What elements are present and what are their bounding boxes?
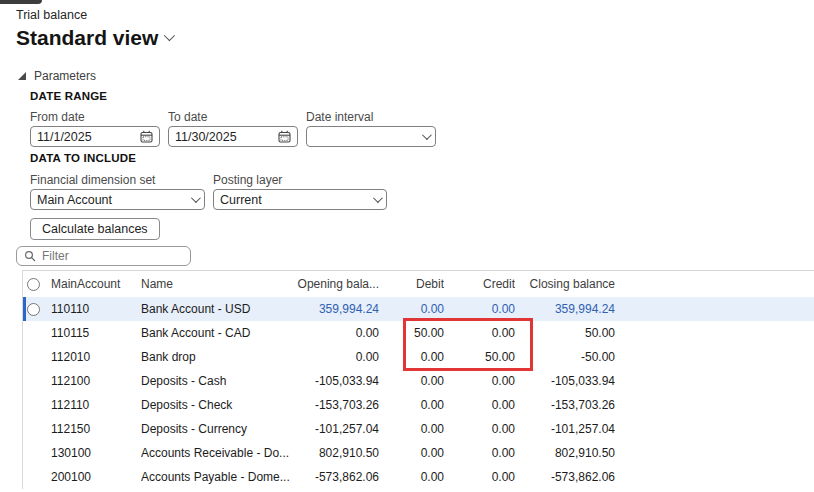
from-date-input[interactable]: 11/1/2025	[30, 126, 160, 147]
cell-opening-balance[interactable]: 0.00	[291, 350, 379, 364]
cell-closing-balance[interactable]: 359,994.24	[515, 302, 615, 316]
cell-opening-balance[interactable]: -105,033.94	[291, 374, 379, 388]
to-date-input[interactable]: 11/30/2025	[168, 126, 298, 147]
parameters-toggle[interactable]: Parameters	[18, 69, 96, 83]
cell-closing-balance[interactable]: -153,703.26	[515, 398, 615, 412]
row-select-radio[interactable]	[23, 399, 51, 412]
col-header-credit[interactable]: Credit	[444, 277, 515, 291]
data-to-include-heading: DATA TO INCLUDE	[30, 152, 136, 164]
cell-closing-balance[interactable]: -101,257.04	[515, 422, 615, 436]
col-header-name[interactable]: Name	[141, 277, 291, 291]
cell-credit[interactable]: 0.00	[444, 374, 515, 388]
cell-name[interactable]: Accounts Receivable - Do...	[141, 446, 291, 460]
date-interval-select[interactable]	[306, 126, 436, 147]
cell-main-account[interactable]: 112110	[51, 398, 141, 412]
cell-opening-balance[interactable]: 0.00	[291, 326, 379, 340]
chevron-down-icon[interactable]	[373, 193, 383, 203]
cell-debit[interactable]: 0.00	[379, 470, 444, 484]
window-corner-artifact	[0, 0, 42, 4]
financial-dimension-set-select[interactable]: Main Account	[30, 189, 205, 210]
cell-credit[interactable]: 0.00	[444, 422, 515, 436]
filter-placeholder: Filter	[42, 249, 69, 263]
to-date-label: To date	[168, 110, 207, 124]
financial-dimension-set-value: Main Account	[37, 193, 191, 207]
cell-main-account[interactable]: 110115	[51, 326, 141, 340]
cell-name[interactable]: Bank drop	[141, 350, 291, 364]
cell-main-account[interactable]: 112100	[51, 374, 141, 388]
col-header-opening-balance[interactable]: Opening bala...	[291, 277, 379, 291]
cell-main-account[interactable]: 130100	[51, 446, 141, 460]
row-select-radio[interactable]	[23, 303, 51, 316]
chevron-down-icon	[164, 30, 175, 41]
cell-credit[interactable]: 50.00	[444, 350, 515, 364]
cell-debit[interactable]: 0.00	[379, 374, 444, 388]
table-row[interactable]: 112110 Deposits - Check -153,703.26 0.00…	[23, 393, 814, 417]
cell-name[interactable]: Deposits - Currency	[141, 422, 291, 436]
date-range-heading: DATE RANGE	[30, 90, 107, 102]
cell-main-account[interactable]: 200100	[51, 470, 141, 484]
cell-opening-balance[interactable]: -101,257.04	[291, 422, 379, 436]
cell-opening-balance[interactable]: -573,862.06	[291, 470, 379, 484]
calendar-icon[interactable]	[278, 130, 291, 143]
row-select-radio[interactable]	[23, 351, 51, 364]
cell-credit[interactable]: 0.00	[444, 398, 515, 412]
grid-body: 110110 Bank Account - USD 359,994.24 0.0…	[23, 297, 814, 489]
row-select-radio[interactable]	[23, 471, 51, 484]
col-header-closing-balance[interactable]: Closing balance	[515, 277, 615, 291]
table-row[interactable]: 110115 Bank Account - CAD 0.00 50.00 0.0…	[23, 321, 814, 345]
cell-opening-balance[interactable]: 802,910.50	[291, 446, 379, 460]
cell-name[interactable]: Accounts Payable - Dome...	[141, 470, 291, 484]
cell-closing-balance[interactable]: -105,033.94	[515, 374, 615, 388]
view-title[interactable]: Standard view	[16, 26, 172, 50]
table-row[interactable]: 112150 Deposits - Currency -101,257.04 0…	[23, 417, 814, 441]
cell-name[interactable]: Bank Account - USD	[141, 302, 291, 316]
row-select-radio[interactable]	[23, 375, 51, 388]
to-date-value: 11/30/2025	[175, 130, 278, 144]
col-header-debit[interactable]: Debit	[379, 277, 444, 291]
cell-opening-balance[interactable]: 359,994.24	[291, 302, 379, 316]
grid-header-row: MainAccount Name Opening bala... Debit C…	[23, 271, 814, 297]
chevron-down-icon[interactable]	[422, 130, 432, 140]
filter-input[interactable]: Filter	[16, 246, 191, 266]
parameters-label: Parameters	[34, 69, 96, 83]
from-date-label: From date	[30, 110, 85, 124]
calendar-icon[interactable]	[140, 130, 153, 143]
cell-debit[interactable]: 0.00	[379, 350, 444, 364]
cell-closing-balance[interactable]: -573,862.06	[515, 470, 615, 484]
cell-credit[interactable]: 0.00	[444, 302, 515, 316]
date-interval-label: Date interval	[306, 110, 373, 124]
cell-closing-balance[interactable]: 50.00	[515, 326, 615, 340]
cell-closing-balance[interactable]: 802,910.50	[515, 446, 615, 460]
table-row[interactable]: 130100 Accounts Receivable - Do... 802,9…	[23, 441, 814, 465]
cell-debit[interactable]: 0.00	[379, 422, 444, 436]
cell-debit[interactable]: 0.00	[379, 446, 444, 460]
row-select-radio[interactable]	[23, 327, 51, 340]
cell-credit[interactable]: 0.00	[444, 446, 515, 460]
chevron-down-icon[interactable]	[191, 193, 201, 203]
row-select-radio[interactable]	[23, 447, 51, 460]
cell-main-account[interactable]: 110110	[51, 302, 141, 316]
row-select-radio[interactable]	[23, 423, 51, 436]
table-row[interactable]: 112100 Deposits - Cash -105,033.94 0.00 …	[23, 369, 814, 393]
cell-opening-balance[interactable]: -153,703.26	[291, 398, 379, 412]
cell-credit[interactable]: 0.00	[444, 470, 515, 484]
cell-debit[interactable]: 0.00	[379, 302, 444, 316]
table-row[interactable]: 112010 Bank drop 0.00 0.00 50.00 -50.00	[23, 345, 814, 369]
cell-name[interactable]: Bank Account - CAD	[141, 326, 291, 340]
cell-debit[interactable]: 0.00	[379, 398, 444, 412]
select-all-radio[interactable]	[23, 278, 51, 291]
posting-layer-label: Posting layer	[213, 173, 282, 187]
cell-credit[interactable]: 0.00	[444, 326, 515, 340]
trial-balance-grid: MainAccount Name Opening bala... Debit C…	[22, 270, 814, 489]
cell-main-account[interactable]: 112010	[51, 350, 141, 364]
cell-debit[interactable]: 50.00	[379, 326, 444, 340]
cell-closing-balance[interactable]: -50.00	[515, 350, 615, 364]
table-row[interactable]: 110110 Bank Account - USD 359,994.24 0.0…	[23, 297, 814, 321]
col-header-mainaccount[interactable]: MainAccount	[51, 277, 141, 291]
cell-name[interactable]: Deposits - Check	[141, 398, 291, 412]
posting-layer-select[interactable]: Current	[213, 189, 387, 210]
table-row[interactable]: 200100 Accounts Payable - Dome... -573,8…	[23, 465, 814, 489]
calculate-balances-button[interactable]: Calculate balances	[30, 218, 160, 240]
cell-name[interactable]: Deposits - Cash	[141, 374, 291, 388]
cell-main-account[interactable]: 112150	[51, 422, 141, 436]
